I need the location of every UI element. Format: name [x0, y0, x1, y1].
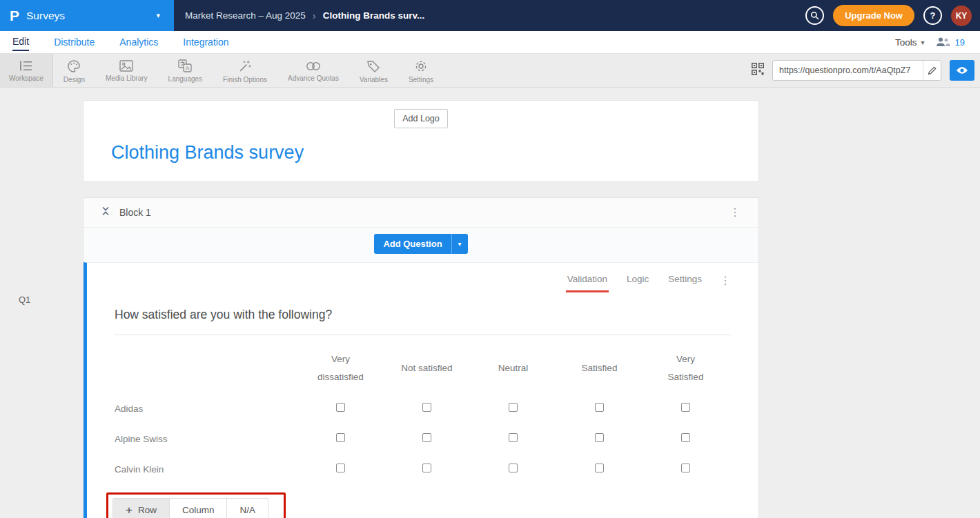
question-text[interactable]: How satisfied are you with the following… — [115, 308, 731, 335]
topbar-actions: Upgrade Now ? KY — [805, 5, 980, 26]
tool-label: Media Library — [106, 74, 148, 82]
languages-icon: A — [178, 59, 192, 72]
avatar[interactable]: KY — [951, 6, 972, 26]
tab-distribute[interactable]: Distribute — [54, 34, 95, 50]
question-tabs: Validation Logic Settings ⋮ — [115, 274, 731, 292]
toolbar-workspace[interactable]: Workspace — [0, 54, 53, 87]
toolbar-design[interactable]: Design — [53, 54, 95, 87]
add-options-group: + Row Column N/A — [112, 498, 268, 518]
chevron-down-icon: ▾ — [921, 39, 925, 46]
question-menu-icon[interactable]: ⋮ — [720, 275, 731, 286]
people-icon — [936, 37, 950, 47]
checkbox[interactable] — [422, 433, 431, 442]
toolbar-right — [752, 54, 980, 87]
product-switcher[interactable]: P Surveys ▾ — [0, 0, 174, 31]
tool-label: Languages — [168, 75, 203, 83]
nav-right: Tools ▾ 19 — [895, 37, 965, 48]
add-question-dropdown[interactable]: ▾ — [451, 234, 468, 254]
palette-icon — [67, 59, 81, 73]
add-column-button[interactable]: Column — [169, 499, 227, 518]
nav-bar: Edit Distribute Analytics Integration To… — [0, 31, 980, 54]
top-bar: P Surveys ▾ Market Research – Aug 2025 ›… — [0, 0, 980, 31]
checkbox[interactable] — [509, 464, 518, 472]
tab-analytics[interactable]: Analytics — [119, 34, 158, 50]
add-na-button[interactable]: N/A — [226, 499, 268, 518]
tools-dropdown[interactable]: Tools ▾ — [895, 37, 925, 48]
qr-code-icon — [752, 63, 764, 75]
help-button[interactable]: ? — [923, 6, 942, 25]
block-title[interactable]: Block 1 — [119, 207, 151, 218]
checkbox[interactable] — [595, 403, 604, 412]
row-label: Calvin Klein — [115, 455, 297, 484]
checkbox[interactable] — [422, 403, 431, 412]
gear-icon — [414, 59, 428, 73]
chain-link-icon — [306, 61, 321, 72]
add-logo-button[interactable]: Add Logo — [394, 109, 448, 128]
checkbox[interactable] — [681, 403, 690, 412]
chevron-right-icon: › — [313, 10, 316, 21]
tab-integration[interactable]: Integration — [183, 34, 228, 50]
toolbar-settings[interactable]: Settings — [398, 54, 444, 87]
collapse-block-icon[interactable] — [101, 206, 110, 219]
checkbox[interactable] — [595, 464, 604, 472]
survey-title[interactable]: Clothing Brands survey — [111, 142, 731, 163]
tool-label: Finish Options — [223, 76, 267, 83]
checkbox[interactable] — [336, 433, 345, 442]
column-header: Satisfied — [582, 359, 618, 377]
checkbox[interactable] — [336, 464, 345, 472]
image-icon — [119, 60, 133, 72]
tool-label: Advance Quotas — [288, 74, 339, 82]
tab-validation[interactable]: Validation — [566, 274, 609, 292]
checkbox[interactable] — [336, 403, 345, 412]
toolbar-advance-quotas[interactable]: Advance Quotas — [277, 54, 349, 87]
checkbox[interactable] — [509, 433, 518, 442]
toolbar-variables[interactable]: Variables — [349, 54, 398, 87]
matrix-row: Alpine Swiss — [115, 424, 731, 454]
checkbox[interactable] — [681, 464, 690, 472]
chevron-down-icon: ▾ — [156, 11, 164, 20]
tab-question-settings[interactable]: Settings — [667, 274, 703, 292]
checkbox[interactable] — [595, 433, 604, 442]
magic-wand-icon — [238, 59, 252, 73]
breadcrumb-survey[interactable]: Clothing Brands surv... — [323, 10, 425, 21]
collaborators-button[interactable]: 19 — [936, 37, 965, 48]
block-menu-icon[interactable]: ⋮ — [729, 207, 741, 218]
search-button[interactable] — [805, 6, 824, 25]
toolbar-media-library[interactable]: Media Library — [95, 54, 158, 87]
matrix-row: Adidas — [115, 393, 731, 424]
row-label: Alpine Swiss — [115, 425, 297, 453]
pencil-icon — [928, 66, 937, 75]
row-label: Adidas — [115, 395, 297, 423]
checkbox[interactable] — [681, 433, 690, 442]
breadcrumb-project[interactable]: Market Research – Aug 2025 — [185, 10, 306, 21]
survey-toolbar: Workspace Design Media Library A Languag… — [0, 54, 980, 88]
question-card: Validation Logic Settings ⋮ How satisfie… — [84, 262, 758, 518]
workspace-icon — [19, 60, 33, 72]
search-icon — [810, 11, 819, 20]
preview-button[interactable] — [950, 60, 974, 81]
upgrade-button[interactable]: Upgrade Now — [833, 5, 914, 26]
checkbox[interactable] — [509, 403, 518, 412]
tab-logic[interactable]: Logic — [625, 274, 650, 292]
question-number: Q1 — [19, 295, 30, 305]
matrix-row: Calvin Klein — [115, 454, 731, 484]
tool-label: Settings — [409, 76, 433, 83]
block-card: Block 1 ⋮ Add Question ▾ Validation Logi… — [83, 197, 759, 518]
survey-header-card: Add Logo Clothing Brands survey — [83, 100, 759, 182]
question-mark-icon: ? — [930, 10, 936, 21]
tool-label: Variables — [360, 76, 388, 83]
annotation-highlight-box: + Row Column N/A — [106, 492, 286, 518]
checkbox[interactable] — [422, 464, 431, 472]
tool-label: Design — [63, 76, 85, 83]
toolbar-finish-options[interactable]: Finish Options — [213, 54, 277, 87]
edit-url-button[interactable] — [923, 61, 941, 80]
add-question-button[interactable]: Add Question — [374, 234, 451, 254]
toolbar-languages[interactable]: A Languages — [158, 54, 213, 87]
tab-edit[interactable]: Edit — [12, 33, 29, 51]
survey-url-input[interactable] — [772, 60, 941, 81]
matrix-table: Very dissatisfied Not satisfied Neutral … — [115, 339, 731, 484]
add-row-button[interactable]: + Row — [113, 499, 169, 518]
column-header: Not satisfied — [401, 359, 452, 377]
tool-label: Workspace — [9, 74, 43, 82]
qr-code-button[interactable] — [752, 63, 764, 78]
